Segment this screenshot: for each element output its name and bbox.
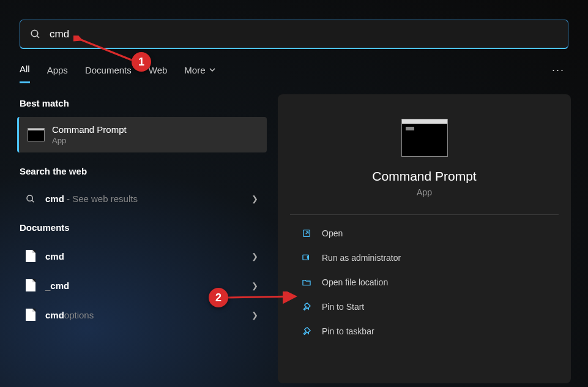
web-heading: Search the web <box>20 166 269 176</box>
search-icon <box>24 194 37 204</box>
web-result-text: cmd - See web results <box>45 194 138 204</box>
tab-more-label: More <box>184 65 205 75</box>
pin-icon <box>301 326 312 337</box>
detail-title: Command Prompt <box>372 169 476 184</box>
document-result-text: cmd <box>45 251 64 261</box>
detail-panel: Command Prompt App Open Run as administr… <box>278 94 571 383</box>
run-as-admin-action[interactable]: Run as administrator <box>296 246 553 270</box>
search-box[interactable] <box>20 20 568 49</box>
best-match-result[interactable]: Command Prompt App <box>17 117 267 152</box>
shield-icon <box>301 252 312 263</box>
document-icon <box>24 309 37 321</box>
chevron-right-icon: ❯ <box>251 194 258 203</box>
document-result-text: _cmd <box>45 280 69 291</box>
tab-apps[interactable]: Apps <box>47 65 68 83</box>
best-match-subtitle: App <box>52 136 127 145</box>
command-prompt-icon-large <box>401 119 448 157</box>
filter-tabs: All Apps Documents Web More ··· <box>20 64 568 83</box>
search-input[interactable] <box>50 28 558 40</box>
chevron-right-icon: ❯ <box>251 252 258 261</box>
best-match-title: Command Prompt <box>52 124 127 135</box>
document-result-text: cmdoptions <box>45 310 94 320</box>
search-icon <box>30 29 41 40</box>
document-result-item[interactable]: cmd ❯ <box>20 241 267 271</box>
pin-to-taskbar-action[interactable]: Pin to taskbar <box>296 319 553 344</box>
folder-icon <box>301 277 312 288</box>
chevron-right-icon: ❯ <box>251 310 258 320</box>
svg-point-2 <box>27 195 32 201</box>
best-match-text: Command Prompt App <box>52 124 127 145</box>
open-file-location-action[interactable]: Open file location <box>296 270 553 295</box>
document-result-item[interactable]: _cmd ❯ <box>20 271 267 300</box>
document-icon <box>24 250 37 262</box>
document-result-item[interactable]: cmdoptions ❯ <box>20 300 267 329</box>
svg-point-0 <box>31 30 38 37</box>
search-container <box>20 20 568 49</box>
command-prompt-icon <box>28 128 45 141</box>
action-label: Run as administrator <box>322 253 401 263</box>
content-area: Best match Command Prompt App Search the… <box>0 94 588 383</box>
action-label: Open file location <box>322 277 388 287</box>
results-panel: Best match Command Prompt App Search the… <box>0 94 269 383</box>
chevron-right-icon: ❯ <box>251 281 258 290</box>
open-icon <box>301 228 312 239</box>
divider <box>290 214 559 215</box>
document-icon <box>24 279 37 291</box>
detail-subtitle: App <box>417 187 432 197</box>
annotation-callout-1: 1 <box>132 52 151 72</box>
tab-all[interactable]: All <box>20 64 30 83</box>
annotation-callout-2: 2 <box>209 288 228 307</box>
documents-heading: Documents <box>20 222 269 233</box>
action-label: Pin to Start <box>322 302 364 312</box>
pin-icon <box>301 301 312 312</box>
tab-more[interactable]: More <box>184 65 215 83</box>
open-action[interactable]: Open <box>296 221 553 246</box>
svg-line-3 <box>32 200 34 202</box>
action-label: Pin to taskbar <box>322 326 374 336</box>
more-options-button[interactable]: ··· <box>552 64 565 77</box>
tab-web[interactable]: Web <box>149 65 168 83</box>
web-result-item[interactable]: cmd - See web results ❯ <box>20 185 267 212</box>
best-match-heading: Best match <box>20 98 269 108</box>
svg-line-1 <box>37 36 39 38</box>
pin-to-start-action[interactable]: Pin to Start <box>296 295 553 319</box>
tab-documents[interactable]: Documents <box>85 65 132 83</box>
chevron-down-icon <box>209 67 215 73</box>
action-list: Open Run as administrator Open file loca… <box>290 221 559 344</box>
action-label: Open <box>322 228 343 238</box>
